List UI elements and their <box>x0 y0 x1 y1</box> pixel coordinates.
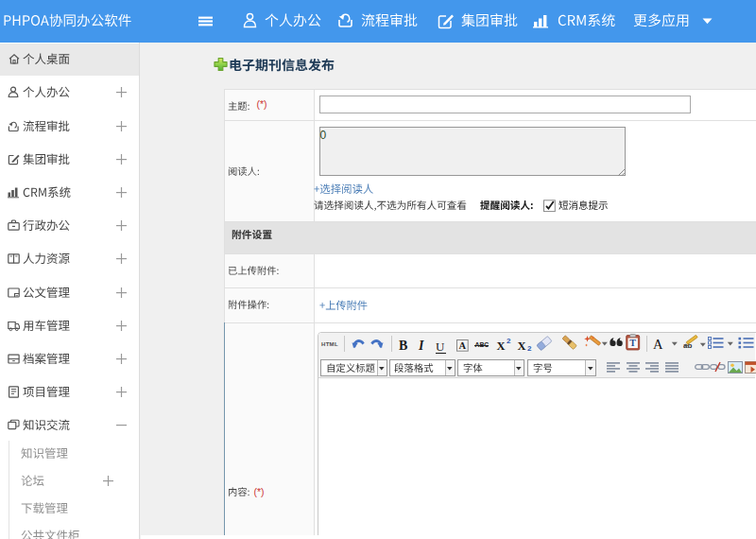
svg-text:T: T <box>629 338 636 348</box>
svg-text:A: A <box>459 340 467 351</box>
